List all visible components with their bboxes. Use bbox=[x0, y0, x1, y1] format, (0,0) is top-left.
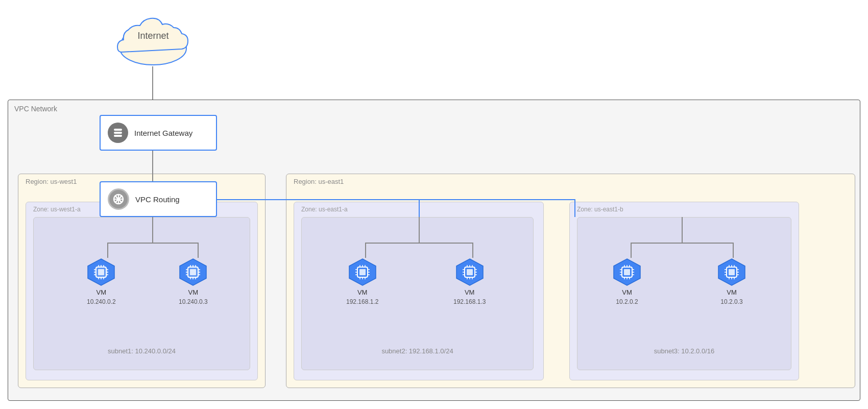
gateway-icon-lines bbox=[114, 132, 122, 134]
vm-west1-a-1-ip: 10.240.0.2 bbox=[87, 298, 116, 305]
svg-rect-62 bbox=[467, 269, 473, 275]
line-east1-a-vert bbox=[419, 199, 420, 217]
zone-east1-b-label: Zone: us-east1-b bbox=[577, 206, 623, 213]
vm-east1-b-1-ip: 10.2.0.2 bbox=[616, 298, 638, 305]
vm-east1-a-2-label: VM bbox=[465, 288, 475, 296]
diagram-container: Internet VPC Network Internet Gateway VP… bbox=[0, 0, 868, 409]
vm-icon-east1-b-2 bbox=[717, 258, 746, 286]
vm-east1-a-1-label: VM bbox=[357, 288, 368, 296]
svg-rect-16 bbox=[98, 269, 104, 275]
vm-east1-a-1-ip: 192.168.1.2 bbox=[346, 298, 378, 305]
line-west-vm1-drop bbox=[107, 243, 108, 258]
zone-east1-a-label: Zone: us-east1-a bbox=[301, 206, 348, 213]
subnet2-label: subnet2: 192.168.1.0/24 bbox=[301, 347, 534, 355]
line-west-vertical bbox=[152, 217, 153, 243]
vm-east1-b-2-label: VM bbox=[727, 288, 737, 296]
svg-rect-92 bbox=[729, 269, 735, 275]
vm-east1-a-2-ip: 192.168.1.3 bbox=[453, 298, 486, 305]
vm-west1-a-2-ip: 10.240.0.3 bbox=[179, 298, 208, 305]
vm-east1-b-2-ip: 10.2.0.3 bbox=[720, 298, 742, 305]
region-east-label: Region: us-east1 bbox=[294, 178, 344, 185]
region-west-label: Region: us-west1 bbox=[26, 178, 77, 185]
vm-west1-a-2-label: VM bbox=[188, 288, 199, 296]
line-east1-a-horiz bbox=[365, 243, 472, 244]
vm-icon-east1-a-2 bbox=[455, 258, 484, 286]
line-east1-a-vert2 bbox=[419, 217, 420, 243]
line-east1-b-vert bbox=[574, 199, 575, 217]
line-east1-b-vm2-drop bbox=[733, 243, 734, 258]
subnet3-label: subnet3: 10.2.0.0/16 bbox=[577, 347, 791, 355]
vm-icon-west1-1 bbox=[87, 258, 115, 286]
vm-east1-a-1[interactable]: VM 192.168.1.2 bbox=[346, 258, 378, 305]
routing-icon-svg bbox=[112, 193, 125, 205]
vm-east1-a-2[interactable]: VM 192.168.1.3 bbox=[453, 258, 486, 305]
vm-east1-b-2[interactable]: VM 10.2.0.3 bbox=[717, 258, 746, 305]
vm-west1-a-2[interactable]: VM 10.240.0.3 bbox=[179, 258, 208, 305]
line-east1-b-vm1-drop bbox=[631, 243, 632, 258]
line-east1-a-vm1-drop bbox=[365, 243, 366, 258]
vm-icon-west1-2 bbox=[179, 258, 207, 286]
gateway-icon bbox=[108, 123, 128, 143]
line-east1-b-horiz bbox=[631, 243, 733, 244]
vpc-network-label: VPC Network bbox=[14, 105, 57, 113]
vm-icon-east1-a-1 bbox=[348, 258, 377, 286]
line-east1-a-vm2-drop bbox=[472, 243, 473, 258]
svg-rect-77 bbox=[624, 269, 630, 275]
line-east1-b-vert2 bbox=[682, 217, 683, 243]
vm-east1-b-1-label: VM bbox=[622, 288, 632, 296]
line-gateway-to-routing bbox=[152, 151, 153, 184]
vm-west1-a-1[interactable]: VM 10.240.0.2 bbox=[87, 258, 116, 305]
svg-rect-32 bbox=[190, 269, 196, 275]
vm-west1-a-1-label: VM bbox=[97, 288, 107, 296]
vpc-routing-box[interactable]: VPC Routing bbox=[100, 181, 217, 217]
vm-icon-east1-b-1 bbox=[613, 258, 641, 286]
routing-icon bbox=[108, 188, 129, 210]
line-routing-to-east bbox=[217, 199, 574, 200]
subnet1-label: subnet1: 10.240.0.0/24 bbox=[33, 347, 250, 355]
internet-cloud: Internet bbox=[112, 10, 194, 41]
svg-rect-47 bbox=[359, 269, 366, 275]
line-west-vm2-drop bbox=[198, 243, 199, 258]
line-west-horiz bbox=[107, 243, 198, 244]
zone-west1-a-label: Zone: us-west1-a bbox=[33, 206, 81, 213]
vpc-routing-label: VPC Routing bbox=[135, 195, 180, 204]
line-cloud-to-gateway bbox=[152, 66, 153, 102]
internet-gateway-label: Internet Gateway bbox=[134, 129, 192, 137]
internet-label: Internet bbox=[137, 31, 168, 41]
vm-east1-b-1[interactable]: VM 10.2.0.2 bbox=[613, 258, 641, 305]
internet-gateway-box[interactable]: Internet Gateway bbox=[100, 115, 217, 151]
